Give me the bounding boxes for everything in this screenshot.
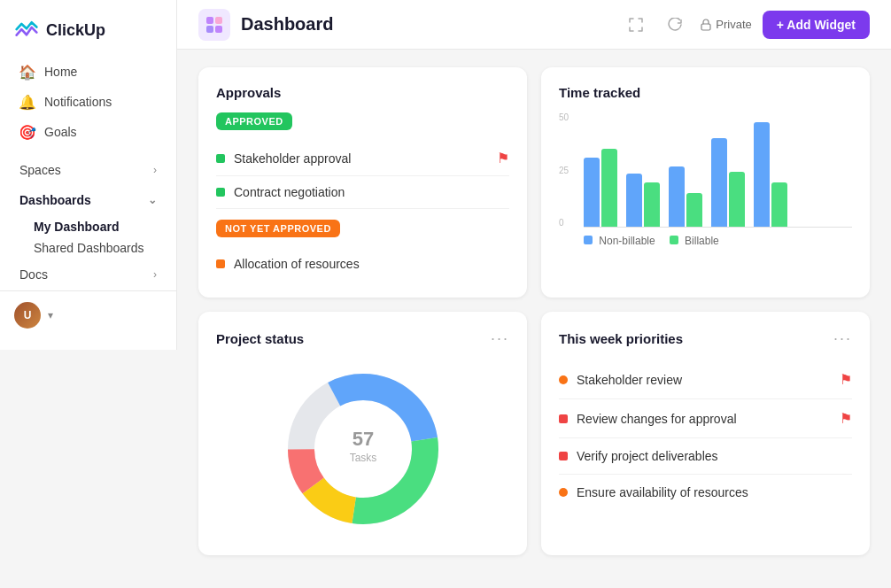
priority-verify-deliverables-text: Verify project deliverables (577, 449, 852, 463)
bar-group-1 (584, 149, 617, 227)
bar-blue-1 (584, 158, 600, 227)
header-right: Private + Add Widget (622, 11, 870, 39)
avatar-chevron-icon: ▾ (48, 309, 53, 321)
main-area: Dashboard Private + Add W (177, 0, 891, 588)
sidebar-item-my-dashboard[interactable]: My Dashboard (5, 216, 171, 237)
y-label-0: 0 (559, 218, 569, 228)
y-axis-labels: 50 25 0 (559, 112, 569, 228)
svg-text:Tasks: Tasks (349, 452, 376, 464)
project-status-more-button[interactable]: ··· (491, 329, 509, 348)
bar-green-4 (729, 172, 745, 227)
sidebar-section-spaces[interactable]: Spaces › (5, 156, 171, 184)
priorities-widget: This week priorities ··· Stakeholder rev… (541, 312, 870, 555)
approvals-widget: Approvals APPROVED Stakeholder approval … (198, 67, 527, 298)
bar-blue-2 (626, 174, 642, 227)
bar-group-2 (626, 174, 660, 227)
sidebar-item-home[interactable]: 🏠 Home (5, 57, 171, 87)
y-label-25: 25 (559, 166, 569, 175)
priority-stakeholder-review-text: Stakeholder review (577, 373, 831, 387)
logo: ClickUp (0, 11, 176, 57)
sidebar-section-docs[interactable]: Docs › (5, 260, 171, 289)
refresh-button[interactable] (661, 11, 689, 39)
approval-item-stakeholder-text: Stakeholder approval (234, 151, 488, 166)
dashboard-icon (198, 9, 230, 41)
priority-ensure-availability-text: Ensure availability of resources (577, 485, 852, 499)
bar-blue-5 (754, 122, 770, 227)
priority-review-changes-text: Review changes for approval (577, 412, 831, 426)
priorities-title: This week priorities (559, 331, 683, 346)
privacy-label: Private (716, 18, 751, 31)
priority-item-stakeholder-review: Stakeholder review ⚑ (559, 360, 852, 399)
sidebar-navigation: 🏠 Home 🔔 Notifications 🎯 Goals Spaces › (0, 57, 176, 290)
approval-item-allocation: Allocation of resources (216, 248, 509, 280)
approval-item-contract-text: Contract negotiation (234, 185, 509, 199)
header-left: Dashboard (198, 9, 333, 41)
approval-item-allocation-text: Allocation of resources (234, 257, 509, 271)
docs-label: Docs (19, 267, 48, 282)
priority-item-review-changes: Review changes for approval ⚑ (559, 399, 852, 438)
red-square-dot-icon (559, 414, 568, 423)
sidebar-item-shared-dashboards[interactable]: Shared Dashboards (5, 237, 171, 259)
project-status-title: Project status (216, 331, 304, 346)
sidebar-section-dashboards[interactable]: Dashboards ⌄ (5, 186, 171, 214)
project-status-header: Project status ··· (216, 329, 509, 348)
chevron-down-icon: ⌄ (148, 194, 157, 206)
bar-group-5 (754, 122, 787, 227)
sidebar-footer: U ▾ (0, 290, 176, 339)
my-dashboard-label: My Dashboard (34, 220, 119, 234)
green-dot-contract-icon (216, 188, 225, 197)
fullscreen-button[interactable] (622, 11, 650, 39)
approved-badge: APPROVED (216, 112, 292, 130)
svg-rect-0 (206, 17, 213, 24)
lock-icon (700, 19, 712, 31)
bar-blue-4 (711, 138, 727, 227)
spaces-label: Spaces (19, 163, 61, 177)
legend-green-dot (670, 236, 678, 244)
bar-group-4 (711, 138, 745, 227)
shared-dashboards-label: Shared Dashboards (34, 241, 144, 255)
bar-green-3 (686, 193, 702, 227)
donut-chart-container: 57 Tasks (216, 360, 509, 538)
orange-circle-dot-2-icon (559, 488, 568, 497)
user-avatar[interactable]: U (14, 302, 41, 329)
chart-legend: Non-billable Billable (584, 235, 852, 247)
svg-rect-1 (215, 17, 222, 24)
donut-chart: 57 Tasks (266, 360, 461, 538)
sidebar-item-notifications[interactable]: 🔔 Notifications (5, 87, 171, 117)
sidebar-item-goals[interactable]: 🎯 Goals (5, 117, 171, 147)
sidebar-item-notifications-label: Notifications (44, 95, 112, 109)
priority-item-verify-deliverables: Verify project deliverables (559, 438, 852, 475)
approval-item-stakeholder: Stakeholder approval ⚑ (216, 141, 509, 176)
project-status-widget: Project status ··· (198, 312, 527, 555)
add-widget-button[interactable]: + Add Widget (763, 11, 870, 39)
green-dot-icon (216, 154, 225, 163)
home-icon: 🏠 (19, 64, 35, 80)
bar-blue-3 (669, 166, 685, 227)
orange-circle-dot-icon (559, 375, 568, 384)
page-title: Dashboard (241, 14, 333, 35)
chevron-right-docs-icon: › (153, 268, 157, 281)
approvals-title: Approvals (216, 85, 509, 100)
bar-green-5 (771, 182, 787, 227)
page-header: Dashboard Private + Add W (177, 0, 891, 50)
chevron-right-icon: › (153, 164, 157, 176)
svg-rect-2 (206, 26, 213, 33)
priorities-header: This week priorities ··· (559, 329, 852, 348)
svg-rect-4 (701, 24, 710, 30)
not-approved-badge: NOT YET APPROVED (216, 220, 340, 237)
bar-group-3 (669, 166, 702, 227)
legend-billable: Billable (670, 235, 719, 247)
priorities-more-button[interactable]: ··· (833, 329, 852, 348)
flag-icon-stakeholder-review: ⚑ (840, 371, 852, 388)
bar-green-2 (644, 182, 660, 227)
priority-item-ensure-availability: Ensure availability of resources (559, 475, 852, 510)
sidebar-item-home-label: Home (44, 65, 77, 79)
orange-dot-allocation-icon (216, 259, 225, 268)
goals-icon: 🎯 (19, 124, 35, 140)
bell-icon: 🔔 (19, 94, 35, 110)
legend-non-billable: Non-billable (584, 235, 655, 247)
svg-rect-3 (215, 26, 222, 33)
sidebar: ClickUp 🏠 Home 🔔 Notifications 🎯 Goals S… (0, 0, 177, 588)
legend-blue-dot (584, 236, 593, 244)
chart-bars-area (584, 112, 852, 228)
